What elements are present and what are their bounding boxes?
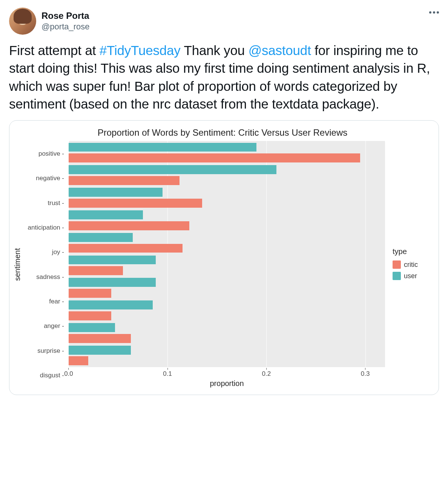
- user-name-block[interactable]: Rose Porta @porta_rose: [41, 8, 90, 32]
- bar-critic: [69, 334, 131, 343]
- legend-title: type: [393, 247, 433, 256]
- bar-user: [69, 233, 133, 242]
- x-tick: 0.1: [163, 368, 172, 378]
- legend-label-user: user: [404, 272, 417, 280]
- more-icon: [433, 11, 435, 14]
- tweet-text-fragment: Thank you: [181, 43, 249, 58]
- y-tick: surprise -: [25, 348, 64, 354]
- bar-user: [69, 143, 256, 152]
- legend-label-critic: critic: [404, 261, 418, 269]
- legend-item-critic: critic: [393, 260, 433, 269]
- y-axis-ticks: positive -negative -trust -anticipation …: [25, 141, 66, 388]
- y-tick: sadness -: [25, 274, 64, 280]
- avatar[interactable]: [9, 8, 36, 35]
- bar-critic: [69, 266, 123, 275]
- more-options-button[interactable]: [429, 8, 439, 14]
- bar-user: [69, 165, 276, 174]
- bar-critic: [69, 199, 202, 208]
- legend-swatch-critic: [393, 260, 401, 269]
- bar-critic: [69, 356, 88, 365]
- bar-row: [69, 187, 385, 209]
- y-axis-label: sentiment: [12, 141, 23, 388]
- bar-row: [69, 141, 385, 164]
- bar-critic: [69, 153, 360, 162]
- bar-row: [69, 344, 385, 367]
- bar-user: [69, 300, 153, 309]
- display-name: Rose Porta: [41, 10, 90, 21]
- bar-row: [69, 164, 385, 187]
- bar-critic: [69, 289, 111, 298]
- bar-row: [69, 299, 385, 322]
- legend: type critic user: [387, 141, 433, 388]
- y-tick: trust -: [25, 200, 64, 206]
- bar-critic: [69, 311, 111, 320]
- bar-critic: [69, 221, 189, 230]
- x-tick: 0.2: [262, 368, 271, 378]
- y-tick: anger -: [25, 323, 64, 329]
- tweet-link[interactable]: #TidyTuesday: [100, 43, 181, 58]
- y-tick: disgust -: [25, 372, 64, 378]
- x-axis-label: proportion: [69, 379, 385, 388]
- legend-swatch-user: [393, 272, 401, 280]
- bar-user: [69, 256, 156, 265]
- plot-column: 0.00.10.20.3 proportion: [69, 141, 385, 388]
- bar-user: [69, 346, 131, 355]
- bar-critic: [69, 176, 180, 185]
- bar-row: [69, 277, 385, 299]
- y-tick: positive -: [25, 150, 64, 157]
- bar-user: [69, 323, 115, 332]
- bar-row: [69, 254, 385, 277]
- bar-row: [69, 209, 385, 231]
- bar-row: [69, 231, 385, 254]
- bar-user: [69, 278, 156, 287]
- x-tick: 0.0: [64, 368, 73, 378]
- x-tick: 0.3: [361, 368, 370, 378]
- bar-rows: [69, 141, 385, 367]
- y-tick: joy -: [25, 249, 64, 255]
- tweet-text: First attempt at #TidyTuesday Thank you …: [9, 41, 439, 113]
- x-axis-ticks: 0.00.10.20.3: [69, 368, 385, 378]
- tweet-text-fragment: First attempt at: [9, 43, 100, 58]
- legend-item-user: user: [393, 272, 433, 280]
- more-icon: [437, 11, 439, 14]
- bar-critic: [69, 244, 183, 253]
- bar-user: [69, 210, 143, 219]
- tweet-header: Rose Porta @porta_rose: [9, 8, 439, 35]
- y-tick: negative -: [25, 175, 64, 181]
- chart-body: sentiment positive -negative -trust -ant…: [12, 141, 433, 388]
- more-icon: [429, 11, 431, 14]
- y-tick: anticipation -: [25, 224, 64, 231]
- plot-panel: [69, 141, 385, 367]
- y-tick: fear -: [25, 298, 64, 305]
- chart-title: Proportion of Words by Sentiment: Critic…: [12, 127, 433, 138]
- bar-user: [69, 188, 163, 197]
- bar-row: [69, 322, 385, 344]
- tweet-link[interactable]: @sastoudt: [249, 43, 311, 58]
- user-handle: @porta_rose: [41, 21, 90, 32]
- chart-card: Proportion of Words by Sentiment: Critic…: [9, 120, 439, 395]
